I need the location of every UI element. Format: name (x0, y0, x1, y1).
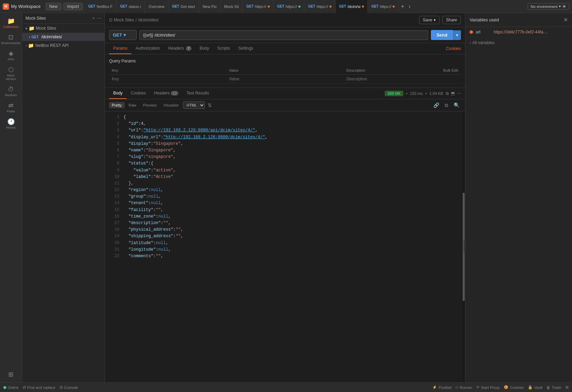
method-label: GET (113, 32, 122, 38)
fmt-tab-visualize[interactable]: Visualize (161, 102, 181, 108)
more-options-icon[interactable]: ⋯ (97, 16, 101, 21)
fmt-tab-pretty[interactable]: Pretty (109, 102, 125, 108)
find-replace-button[interactable]: ⇄ Find and replace (23, 385, 56, 390)
all-variables-button[interactable]: › All variables (465, 38, 572, 48)
collapse-handle[interactable] (464, 240, 465, 254)
save-button[interactable]: Save ▾ (419, 16, 440, 24)
tab-add-button[interactable]: + (399, 3, 406, 10)
format-select[interactable]: HTML JSON XML (183, 101, 205, 109)
sidebar-item-apis[interactable]: ◈ APIs (1, 48, 21, 63)
vault-button[interactable]: 🔒 Vault (528, 385, 542, 390)
resp-tab-test-results[interactable]: Test Results (183, 88, 213, 99)
tab-authorization[interactable]: Authorization (131, 43, 164, 54)
tab-settings[interactable]: Settings (234, 43, 257, 54)
sidebar-item-environments[interactable]: ⊡ Environments (1, 32, 21, 47)
code-line: 12 "region":null, (105, 187, 465, 193)
sidebar-item-collections[interactable]: 📁 Collections (1, 16, 21, 31)
more-options-icon[interactable]: ⋯ (457, 91, 461, 96)
tab-scripts[interactable]: Scripts (213, 43, 234, 54)
runner-button[interactable]: ▷ Runner (456, 385, 472, 390)
copy-icon[interactable]: ⧉ (446, 91, 449, 96)
tab-headers[interactable]: Headers 7 (164, 43, 195, 54)
bottom-left: Online ⇄ Find and replace ⊟ Console (3, 385, 78, 390)
response-size: • (425, 91, 427, 96)
workspace-icon: M (3, 3, 9, 10)
tab-get-start[interactable]: GET Get start (169, 0, 199, 13)
save-response-icon[interactable]: ⬒ (451, 91, 455, 96)
tab-overflow-button[interactable]: › (407, 3, 413, 10)
sidebar-item-label: Flows (7, 110, 15, 113)
cookies-bottom-button[interactable]: 🍪 Cookies (504, 385, 524, 390)
resp-tab-cookies[interactable]: Cookies (127, 88, 150, 99)
trash-button[interactable]: 🗑 Trash (546, 385, 561, 390)
resp-tab-body[interactable]: Body (109, 88, 127, 99)
tab-params[interactable]: Params (109, 43, 131, 54)
postbot-button[interactable]: ⚡ Postbot (432, 385, 451, 390)
cookies-button[interactable]: Cookies (446, 46, 461, 51)
url-input[interactable] (139, 30, 428, 40)
new-button[interactable]: New (46, 3, 61, 10)
tab-https-1[interactable]: GET https:// (243, 0, 274, 13)
share-button[interactable]: Share (442, 16, 461, 24)
link-icon[interactable]: 🔗 (432, 102, 441, 109)
send-button[interactable]: Send (431, 30, 453, 40)
tab-method: GET (372, 4, 379, 8)
tab-status-r[interactable]: GET status r (117, 0, 145, 13)
value-input[interactable] (229, 77, 341, 81)
tree-item-mock-sites[interactable]: ▾ 📁 Mock Sites (22, 24, 105, 33)
tab-https-2[interactable]: GET https:// (274, 0, 305, 13)
code-line: 8 "status":{ (105, 160, 465, 167)
resp-tab-headers[interactable]: Headers 12 (150, 88, 183, 99)
sidebar-item-mock-servers[interactable]: ⬡ Mock servers (1, 64, 21, 83)
tab-method: GET (308, 4, 315, 8)
description-input[interactable] (346, 77, 458, 81)
bottom-right: ⚡ Postbot ▷ Runner ⟳ Start Proxy 🍪 Cooki… (432, 385, 569, 390)
tab-mock-sit[interactable]: Mock Sit (221, 0, 243, 13)
tree-item-netbox-rest-api[interactable]: › 📁 NetBox REST API (22, 41, 105, 50)
search-icon[interactable]: 🔍 (452, 102, 461, 109)
send-dropdown-button[interactable]: ▾ (453, 30, 461, 40)
add-collection-button[interactable]: + (92, 16, 95, 21)
start-proxy-button[interactable]: ⟳ Start Proxy (476, 385, 500, 390)
filter-icon[interactable]: ⇅ (206, 102, 213, 109)
console-button[interactable]: ⊟ Console (60, 385, 78, 390)
tab-https-4[interactable]: GET https:// (368, 0, 399, 13)
copy-icon[interactable]: ⧉ (443, 102, 450, 109)
tab-overview[interactable]: Overview (145, 0, 168, 13)
tab-dcim-si[interactable]: GET /dcim/si (336, 0, 368, 13)
online-label: Online (8, 385, 19, 390)
code-line: 4 "display_url":"http://192.168.2.126:80… (105, 134, 465, 141)
request-header: ⊡ Mock Sites / /dcim/sites/ Save ▾ Share (105, 13, 465, 27)
chevron-right-icon: › (470, 40, 471, 45)
code-line: 16 "time_zone":null, (105, 213, 465, 220)
tree-item-dcim-sites[interactable]: › GET /dcim/sites/ (22, 33, 105, 41)
tab-https-3[interactable]: GET https:// (305, 0, 335, 13)
sidebar-item-extensions[interactable]: ⊞ (1, 369, 21, 380)
vars-close-button[interactable]: ✕ (563, 17, 568, 23)
tab-new-flo[interactable]: New Flo (199, 0, 220, 13)
sidebar-item-history[interactable]: 🕐 History (1, 117, 21, 131)
code-line: 15 "facility":"", (105, 207, 465, 213)
sidebar-item-monitors[interactable]: ⏱ Monitors (1, 84, 21, 99)
env-selector[interactable]: No environment ▾ 👁 (527, 3, 569, 10)
params-title: Query Params (109, 59, 461, 63)
key-input[interactable] (112, 77, 224, 81)
trash-label: Trash (552, 385, 561, 390)
grid-button[interactable]: ⊞ (565, 385, 569, 390)
tab-netbox-f[interactable]: GET NetBox F (85, 0, 116, 13)
fmt-tab-preview[interactable]: Preview (140, 102, 159, 108)
chevron-down-icon: ▾ (559, 4, 561, 9)
folder-icon: 📁 (28, 43, 34, 48)
chevron-down-icon: ▾ (26, 27, 27, 30)
bulk-edit-button[interactable]: Bulk Edit (443, 68, 458, 72)
code-line: 22 "comments":"", (105, 253, 465, 260)
fmt-tab-raw[interactable]: Raw (126, 102, 139, 108)
response-time: • (406, 91, 407, 96)
sidebar-item-flows[interactable]: ⇌ Flows (1, 100, 21, 115)
method-select[interactable]: GET ▾ (109, 30, 137, 40)
tab-body[interactable]: Body (196, 43, 213, 54)
import-button[interactable]: Import (63, 3, 83, 10)
vars-panel-header: Variables used ✕ (465, 13, 572, 27)
workspace-name[interactable]: M My Workspace (3, 3, 41, 10)
postbot-label: Postbot (438, 385, 451, 390)
